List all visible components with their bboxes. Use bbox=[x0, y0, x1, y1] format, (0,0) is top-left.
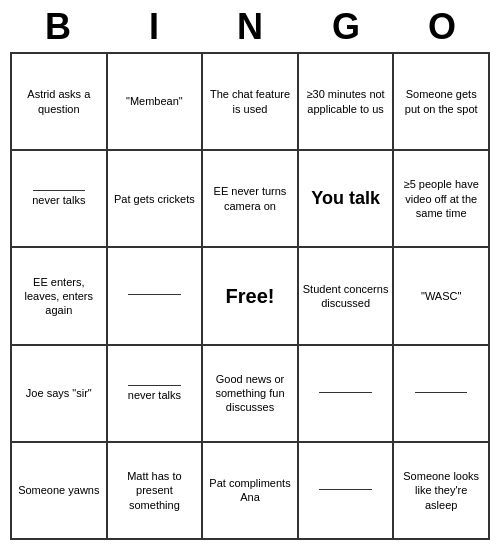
bingo-cell-i4[interactable]: never talks bbox=[107, 345, 203, 442]
bingo-cell-o3[interactable]: "WASC" bbox=[393, 247, 489, 344]
bingo-cell-g2[interactable]: You talk bbox=[298, 150, 394, 247]
bingo-cell-i5[interactable]: Matt has to present something bbox=[107, 442, 203, 539]
bingo-cell-o4[interactable] bbox=[393, 345, 489, 442]
bingo-cell-o5[interactable]: Someone looks like they're asleep bbox=[393, 442, 489, 539]
bingo-cell-g5[interactable] bbox=[298, 442, 394, 539]
bingo-cell-g3[interactable]: Student concerns discussed bbox=[298, 247, 394, 344]
bingo-cell-n3[interactable]: Free! bbox=[202, 247, 298, 344]
letter-o: O bbox=[398, 6, 486, 48]
bingo-cell-i1[interactable]: "Membean" bbox=[107, 53, 203, 150]
bingo-cell-g4[interactable] bbox=[298, 345, 394, 442]
bingo-cell-b5[interactable]: Someone yawns bbox=[11, 442, 107, 539]
bingo-cell-g1[interactable]: ≥30 minutes not applicable to us bbox=[298, 53, 394, 150]
bingo-cell-b3[interactable]: EE enters, leaves, enters again bbox=[11, 247, 107, 344]
letter-i: I bbox=[110, 6, 198, 48]
bingo-grid: Astrid asks a question"Membean"The chat … bbox=[10, 52, 490, 540]
letter-n: N bbox=[206, 6, 294, 48]
bingo-cell-i2[interactable]: Pat gets crickets bbox=[107, 150, 203, 247]
bingo-cell-i3[interactable] bbox=[107, 247, 203, 344]
letter-g: G bbox=[302, 6, 390, 48]
bingo-cell-b4[interactable]: Joe says "sir" bbox=[11, 345, 107, 442]
bingo-cell-n1[interactable]: The chat feature is used bbox=[202, 53, 298, 150]
bingo-cell-o2[interactable]: ≥5 people have video off at the same tim… bbox=[393, 150, 489, 247]
bingo-cell-b2[interactable]: never talks bbox=[11, 150, 107, 247]
letter-b: B bbox=[14, 6, 102, 48]
bingo-cell-o1[interactable]: Someone gets put on the spot bbox=[393, 53, 489, 150]
bingo-cell-n2[interactable]: EE never turns camera on bbox=[202, 150, 298, 247]
bingo-header: B I N G O bbox=[10, 0, 490, 52]
bingo-cell-b1[interactable]: Astrid asks a question bbox=[11, 53, 107, 150]
bingo-cell-n5[interactable]: Pat compliments Ana bbox=[202, 442, 298, 539]
bingo-cell-n4[interactable]: Good news or something fun discusses bbox=[202, 345, 298, 442]
